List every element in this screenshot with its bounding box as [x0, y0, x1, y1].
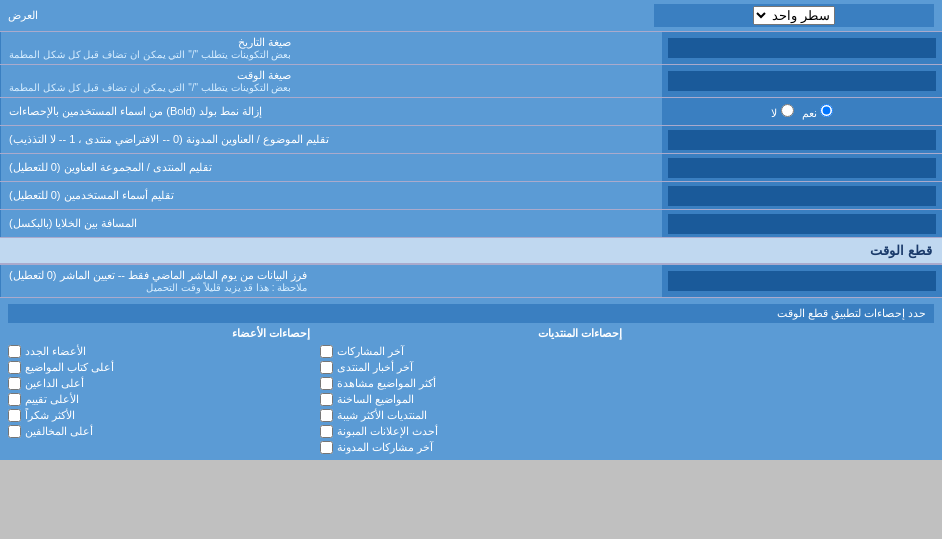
- list-item: آخر مشاركات المدونة: [320, 441, 622, 454]
- list-item: المواضيع الساخنة: [320, 393, 622, 406]
- list-item: أعلى كتاب المواضيع: [8, 361, 310, 374]
- user-names-input[interactable]: 0: [668, 186, 936, 206]
- list-item: المنتديات الأكثر شيبة: [320, 409, 622, 422]
- user-names-input-wrap: 0: [662, 182, 942, 209]
- main-container: سطر واحد سطرين ثلاثة أسطر العرض d-m صيغة…: [0, 0, 942, 460]
- cb2-item3[interactable]: [320, 393, 333, 406]
- cutoff-input[interactable]: 0: [668, 271, 936, 291]
- cb1-item0-label: الأعضاء الجدد: [25, 345, 86, 358]
- checkboxes-header: حدد إحصاءات لتطبيق قطع الوقت: [8, 304, 934, 323]
- radio-yes[interactable]: [820, 104, 833, 117]
- cb1-item5-label: أعلى المخالفين: [25, 425, 93, 438]
- checkbox-col-1: إحصاءات الأعضاء الأعضاء الجدد أعلى كتاب …: [8, 327, 310, 454]
- radio-no-label: لا: [771, 104, 793, 120]
- cb1-item3[interactable]: [8, 393, 21, 406]
- topic-order-input-wrap: 33: [662, 126, 942, 153]
- cutoff-input-wrap: 0: [662, 265, 942, 297]
- cb2-item4[interactable]: [320, 409, 333, 422]
- list-item: آخر المشاركات: [320, 345, 622, 358]
- user-names-label: تقليم أسماء المستخدمين (0 للتعطيل): [0, 182, 662, 209]
- bold-remove-label: إزالة نمط بولد (Bold) من اسماء المستخدمي…: [0, 98, 662, 125]
- time-format-input[interactable]: H:i: [668, 71, 936, 91]
- cb2-item2[interactable]: [320, 377, 333, 390]
- forum-order-input[interactable]: 33: [668, 158, 936, 178]
- cb1-item1-label: أعلى كتاب المواضيع: [25, 361, 114, 374]
- cb1-item3-label: الأعلى تقييم: [25, 393, 79, 406]
- cb1-item5[interactable]: [8, 425, 21, 438]
- cb2-item0[interactable]: [320, 345, 333, 358]
- forum-order-label: تقليم المنتدى / المجموعة العناوين (0 للت…: [0, 154, 662, 181]
- cb1-item4[interactable]: [8, 409, 21, 422]
- checkboxes-area: حدد إحصاءات لتطبيق قطع الوقت إحصاءات الم…: [0, 297, 942, 460]
- display-label: العرض: [8, 9, 38, 22]
- cb2-item2-label: أكثر المواضيع مشاهدة: [337, 377, 436, 390]
- cb1-item1[interactable]: [8, 361, 21, 374]
- col1-header: إحصاءات الأعضاء: [8, 327, 310, 340]
- list-item: أحدث الإعلانات المبونة: [320, 425, 622, 438]
- list-item: أعلى المخالفين: [8, 425, 310, 438]
- cell-spacing-label: المسافة بين الخلايا (بالبكسل): [0, 210, 662, 237]
- cb2-item5[interactable]: [320, 425, 333, 438]
- cb2-item6-label: آخر مشاركات المدونة: [337, 441, 433, 454]
- date-format-input[interactable]: d-m: [668, 38, 936, 58]
- stats-apply-label: حدد إحصاءات لتطبيق قطع الوقت: [777, 307, 926, 319]
- date-format-input-wrap: d-m: [662, 32, 942, 64]
- cb2-item3-label: المواضيع الساخنة: [337, 393, 414, 406]
- checkbox-col-3: [632, 327, 934, 454]
- display-select[interactable]: سطر واحد سطرين ثلاثة أسطر: [753, 6, 835, 25]
- cb2-item1-label: آخر أخبار المنتدى: [337, 361, 413, 374]
- cb1-item2[interactable]: [8, 377, 21, 390]
- cb2-item5-label: أحدث الإعلانات المبونة: [337, 425, 438, 438]
- list-item: آخر أخبار المنتدى: [320, 361, 622, 374]
- date-format-label: صيغة التاريخ بعض التكوينات يتطلب "/" الت…: [0, 32, 662, 64]
- cell-spacing-input-wrap: 2: [662, 210, 942, 237]
- user-names-row: 0 تقليم أسماء المستخدمين (0 للتعطيل): [0, 182, 942, 210]
- cb1-item2-label: أعلى الداعين: [25, 377, 84, 390]
- list-item: الأعلى تقييم: [8, 393, 310, 406]
- list-item: أعلى الداعين: [8, 377, 310, 390]
- cb1-item4-label: الأكثر شكراً: [25, 409, 75, 422]
- bold-remove-row: نعم لا إزالة نمط بولد (Bold) من اسماء ال…: [0, 98, 942, 126]
- cutoff-row: 0 فرز البيانات من يوم الماشر الماضي فقط …: [0, 264, 942, 297]
- radio-yes-label: نعم: [802, 104, 833, 120]
- display-row: سطر واحد سطرين ثلاثة أسطر العرض: [0, 0, 942, 32]
- cutoff-section-header: قطع الوقت: [0, 238, 942, 264]
- cell-spacing-row: 2 المسافة بين الخلايا (بالبكسل): [0, 210, 942, 238]
- time-format-label: صيغة الوقت بعض التكوينات يتطلب "/" التي …: [0, 65, 662, 97]
- forum-order-row: 33 تقليم المنتدى / المجموعة العناوين (0 …: [0, 154, 942, 182]
- time-format-input-wrap: H:i: [662, 65, 942, 97]
- topic-order-input[interactable]: 33: [668, 130, 936, 150]
- cell-spacing-input[interactable]: 2: [668, 214, 936, 234]
- date-format-row: d-m صيغة التاريخ بعض التكوينات يتطلب "/"…: [0, 32, 942, 65]
- time-format-row: H:i صيغة الوقت بعض التكوينات يتطلب "/" ا…: [0, 65, 942, 98]
- list-item: الأكثر شكراً: [8, 409, 310, 422]
- radio-no[interactable]: [781, 104, 794, 117]
- cutoff-label: فرز البيانات من يوم الماشر الماضي فقط --…: [0, 265, 662, 297]
- checkboxes-grid: إحصاءات المنتديات آخر المشاركات آخر أخبا…: [8, 327, 934, 454]
- topic-order-label: تقليم الموضوع / العناوين المدونة (0 -- ا…: [0, 126, 662, 153]
- cb2-item6[interactable]: [320, 441, 333, 454]
- display-select-wrap: سطر واحد سطرين ثلاثة أسطر: [654, 4, 934, 27]
- topic-order-row: 33 تقليم الموضوع / العناوين المدونة (0 -…: [0, 126, 942, 154]
- col2-header: إحصاءات المنتديات: [320, 327, 622, 340]
- forum-order-input-wrap: 33: [662, 154, 942, 181]
- list-item: أكثر المواضيع مشاهدة: [320, 377, 622, 390]
- bold-radio-wrap: نعم لا: [662, 98, 942, 125]
- cb2-item4-label: المنتديات الأكثر شيبة: [337, 409, 427, 422]
- cb2-item1[interactable]: [320, 361, 333, 374]
- cb1-item0[interactable]: [8, 345, 21, 358]
- cb2-item0-label: آخر المشاركات: [337, 345, 404, 358]
- list-item: الأعضاء الجدد: [8, 345, 310, 358]
- checkbox-col-2: إحصاءات المنتديات آخر المشاركات آخر أخبا…: [320, 327, 622, 454]
